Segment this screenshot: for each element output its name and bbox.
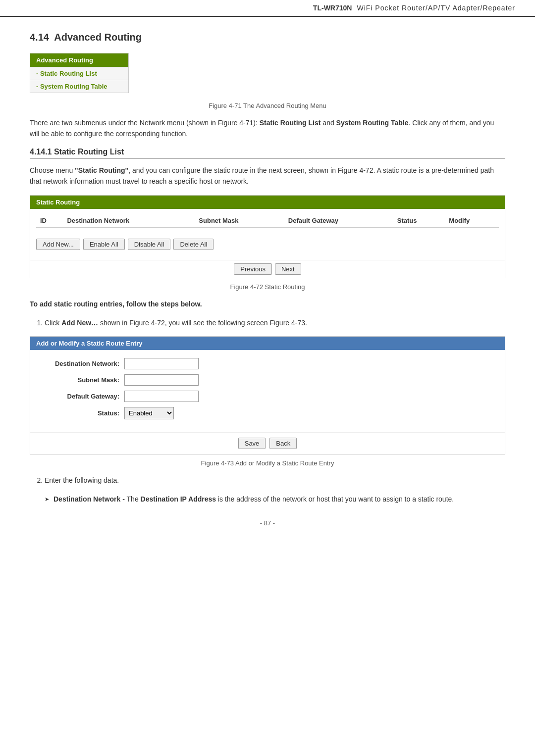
col-id: ID (36, 214, 63, 228)
input-default-gateway[interactable] (124, 391, 199, 402)
table-action-buttons: Add New... Enable All Disable All Delete… (36, 239, 499, 250)
delete-all-button[interactable]: Delete All (173, 239, 214, 250)
previous-button[interactable]: Previous (234, 263, 272, 275)
input-subnet-mask[interactable] (124, 374, 199, 386)
figure-72-caption: Figure 4-72 Static Routing (30, 283, 505, 291)
form-row-dest-network: Destination Network: (40, 358, 495, 369)
table-inner: ID Destination Network Subnet Mask Defau… (30, 209, 505, 260)
subsection-title: 4.14.1 Static Routing List (30, 148, 505, 159)
intro-paragraph: There are two submenus under the Network… (30, 117, 505, 140)
step-2-list: Enter the following data. (30, 475, 505, 487)
static-routing-intro: Choose menu "Static Routing", and you ca… (30, 165, 505, 187)
bullet-list: Destination Network - The Destination IP… (30, 494, 505, 504)
form-header: Add or Modify a Static Route Entry (30, 337, 505, 350)
col-dest-network: Destination Network (63, 214, 195, 228)
form-row-default-gateway: Default Gateway: (40, 391, 495, 402)
input-dest-network[interactable] (124, 358, 199, 369)
col-subnet-mask: Subnet Mask (195, 214, 284, 228)
save-button[interactable]: Save (238, 438, 266, 449)
label-default-gateway: Default Gateway: (40, 393, 119, 400)
static-routing-table-header: Static Routing (30, 196, 505, 209)
menu-sub-item-2[interactable]: - System Routing Table (30, 80, 128, 93)
back-button[interactable]: Back (269, 438, 297, 449)
section-title: 4.14 Advanced Routing (30, 32, 505, 43)
disable-all-button[interactable]: Disable All (128, 239, 171, 250)
step-2: Enter the following data. (45, 475, 505, 487)
steps-list: Click Add New… shown in Figure 4-72, you… (30, 317, 505, 329)
model-number: TL-WR710N (313, 4, 352, 12)
add-modify-form-container: Add or Modify a Static Route Entry Desti… (30, 336, 505, 454)
form-inner: Destination Network: Subnet Mask: Defaul… (30, 350, 505, 432)
routing-data-table: ID Destination Network Subnet Mask Defau… (36, 214, 499, 234)
header-title: WiFi Pocket Router/AP/TV Adapter/Repeate… (357, 4, 515, 12)
step-1: Click Add New… shown in Figure 4-72, you… (45, 317, 505, 329)
form-buttons: Save Back (30, 432, 505, 454)
static-routing-table-container: Static Routing ID Destination Network Su… (30, 195, 505, 278)
col-modify: Modify (445, 214, 499, 228)
page-number: - 87 - (30, 519, 505, 527)
add-new-button[interactable]: Add New... (36, 239, 80, 250)
menu-sub-item-1[interactable]: - Static Routing List (30, 67, 128, 80)
empty-row (36, 227, 499, 234)
figure-71-caption: Figure 4-71 The Advanced Routing Menu (30, 102, 505, 109)
form-row-status: Status: Enabled Disabled (40, 407, 495, 419)
label-dest-network: Destination Network: (40, 360, 119, 367)
steps-heading: To add static routing entries, follow th… (30, 299, 505, 309)
figure-73-caption: Figure 4-73 Add or Modify a Static Route… (30, 459, 505, 467)
menu-main-item: Advanced Routing (30, 53, 128, 67)
advanced-routing-menu: Advanced Routing - Static Routing List -… (30, 53, 129, 93)
col-status: Status (393, 214, 445, 228)
enable-all-button[interactable]: Enable All (83, 239, 125, 250)
main-content: 4.14 Advanced Routing Advanced Routing -… (0, 22, 535, 547)
form-row-subnet-mask: Subnet Mask: (40, 374, 495, 386)
next-button[interactable]: Next (275, 263, 301, 275)
label-status: Status: (40, 409, 119, 417)
table-nav-row: Previous Next (30, 260, 505, 278)
col-default-gateway: Default Gateway (284, 214, 393, 228)
label-subnet-mask: Subnet Mask: (40, 376, 119, 384)
page-header: TL-WR710N WiFi Pocket Router/AP/TV Adapt… (0, 0, 535, 17)
select-status[interactable]: Enabled Disabled (124, 407, 174, 419)
bullet-1: Destination Network - The Destination IP… (45, 494, 505, 504)
